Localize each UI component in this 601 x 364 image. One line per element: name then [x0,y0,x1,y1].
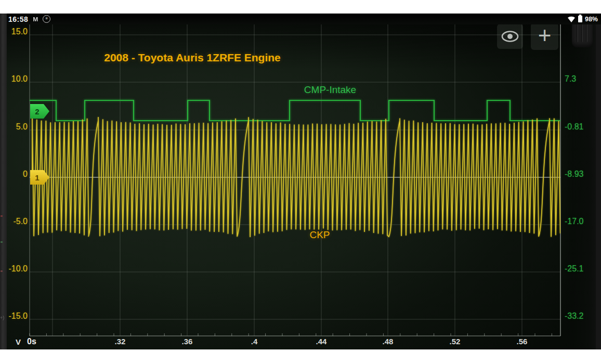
background-window-sliver: +) [0,14,7,349]
channel1-marker-label: 1 [35,173,39,182]
clock-time: 16:58 [8,15,28,23]
battery-percent: 98% [585,16,598,23]
eye-icon [501,30,519,43]
channel2-marker-label: 2 [35,107,39,116]
visibility-button[interactable] [497,24,523,49]
right-axis-tick: -8.93 [565,170,583,179]
left-axis-tick: -15.0 [0,311,28,321]
right-axis-tick: 7.3 [565,74,576,84]
channel2-trace-label: CMP-Intake [291,84,369,96]
add-channel-button[interactable]: + [531,23,558,50]
time-axis-tick: .44 [316,337,327,346]
right-axis-tick: -0.81 [565,122,583,132]
annotation-title: 2008 - Toyota Auris 1ZRFE Engine [62,51,322,64]
left-axis-tick: 0 [0,170,28,179]
scope-plot-background[interactable] [7,24,601,349]
status-right-cluster: 98% [567,16,598,23]
time-axis-tick: .36 [182,337,193,346]
right-edge-strip [596,24,601,349]
left-axis-tick: 10.0 [0,74,28,84]
time-axis-tick: .48 [383,337,394,346]
bluetooth-icon: ✳ [43,15,50,23]
right-axis-tick: -25.1 [565,264,583,274]
time-axis-tick: .52 [450,337,461,346]
time-axis-tick: .4 [251,337,258,346]
channel1-trace-label: CKP [291,229,348,241]
left-axis-tick: -10.0 [0,264,28,274]
time-axis-tick: .56 [517,337,528,346]
sliver-green-mark [1,241,3,243]
right-axis-gutter [560,24,601,349]
left-axis-tick: 5.0 [0,122,28,132]
right-axis-tick: -33.2 [565,311,583,321]
left-axis-tick: -5.0 [0,217,28,226]
left-axis-tick: 15.0 [0,27,28,36]
time-origin-label: 0s [27,337,36,346]
status-bar: 16:58 M ✳ 98% [7,14,601,24]
voltage-unit-label: V [16,337,21,346]
gmail-icon: M [33,16,38,22]
wifi-icon [567,16,576,22]
time-axis-tick: .32 [115,337,126,346]
right-axis-tick: -17.0 [565,217,583,226]
battery-icon [578,16,582,22]
plus-icon: + [538,25,552,46]
